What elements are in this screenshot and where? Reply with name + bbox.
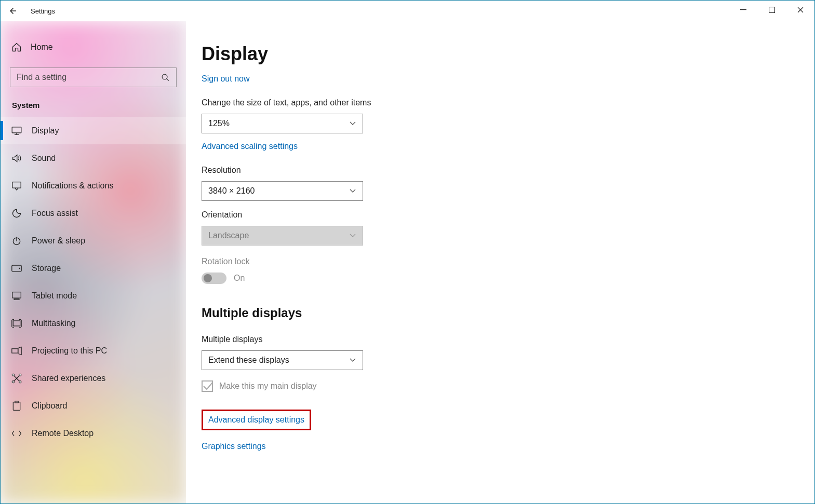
sidebar-item-notifications[interactable]: Notifications & actions [1, 172, 186, 199]
page-title: Display [202, 43, 799, 65]
notifications-icon [11, 181, 22, 190]
highlight-annotation: Advanced display settings [202, 410, 311, 430]
svg-point-24 [12, 374, 14, 376]
close-button[interactable] [786, 1, 814, 19]
maximize-button[interactable] [757, 1, 786, 19]
svg-point-25 [19, 374, 21, 376]
sidebar-item-sound[interactable]: Sound [1, 144, 186, 172]
shared-icon [11, 373, 22, 384]
svg-rect-21 [12, 348, 18, 352]
minimize-icon [740, 7, 746, 13]
resolution-dropdown[interactable]: 3840 × 2160 [202, 181, 363, 201]
sidebar-item-label: Projecting to this PC [32, 346, 107, 356]
sidebar-item-label: Multitasking [32, 319, 75, 328]
scale-dropdown[interactable]: 125% [202, 114, 363, 133]
sidebar-item-label: Tablet mode [32, 291, 77, 301]
resolution-label: Resolution [202, 166, 799, 175]
sidebar-item-storage[interactable]: Storage [1, 254, 186, 282]
sidebar-item-label: Display [32, 126, 59, 135]
main-display-checkbox-label: Make this my main display [219, 382, 317, 391]
scale-value: 125% [208, 119, 230, 128]
sidebar-item-tablet-mode[interactable]: Tablet mode [1, 282, 186, 309]
sidebar-item-clipboard[interactable]: Clipboard [1, 392, 186, 419]
back-button[interactable] [1, 1, 25, 21]
sidebar-item-label: Focus assist [32, 209, 78, 218]
sidebar-item-label: Storage [32, 264, 61, 273]
chevron-down-icon [349, 121, 356, 126]
main-display-checkbox-row: Make this my main display [202, 380, 799, 392]
rotation-lock-toggle [202, 273, 226, 284]
home-button[interactable]: Home [1, 34, 186, 60]
sidebar-item-label: Remote Desktop [32, 429, 93, 438]
display-icon [11, 127, 22, 135]
focus-assist-icon [11, 208, 22, 219]
sidebar-item-label: Power & sleep [32, 236, 85, 246]
svg-point-27 [19, 380, 21, 383]
search-input-container[interactable] [10, 67, 177, 87]
tablet-icon [11, 291, 22, 301]
search-icon [161, 73, 170, 82]
scale-label: Change the size of text, apps, and other… [202, 98, 799, 107]
svg-point-26 [12, 380, 14, 383]
home-label: Home [31, 43, 53, 52]
projecting-icon [11, 346, 22, 356]
svg-rect-7 [12, 182, 21, 187]
multitasking-icon [11, 319, 22, 328]
orientation-value: Landscape [208, 231, 249, 240]
main-display-checkbox [202, 380, 213, 392]
advanced-display-settings-link[interactable]: Advanced display settings [208, 415, 304, 425]
remote-desktop-icon [11, 429, 22, 438]
rotation-lock-label: Rotation lock [202, 257, 799, 266]
multiple-displays-label: Multiple displays [202, 335, 799, 344]
sidebar-item-label: Sound [32, 154, 56, 163]
home-icon [11, 42, 22, 52]
orientation-label: Orientation [202, 210, 799, 220]
sign-out-link[interactable]: Sign out now [202, 74, 250, 84]
svg-line-3 [167, 78, 169, 80]
sidebar: Home System Display Sound Notifications … [1, 21, 186, 503]
svg-point-11 [19, 267, 21, 269]
power-icon [11, 236, 22, 246]
titlebar: Settings [1, 1, 814, 21]
svg-rect-1 [769, 7, 774, 13]
sidebar-item-projecting[interactable]: Projecting to this PC [1, 337, 186, 364]
multiple-displays-value: Extend these displays [208, 356, 289, 365]
svg-rect-0 [740, 9, 746, 10]
multiple-displays-heading: Multiple displays [202, 306, 799, 320]
minimize-button[interactable] [729, 1, 757, 19]
clipboard-icon [11, 401, 22, 411]
sidebar-item-shared-experiences[interactable]: Shared experiences [1, 364, 186, 392]
advanced-scaling-link[interactable]: Advanced scaling settings [202, 142, 298, 151]
sidebar-item-multitasking[interactable]: Multitasking [1, 309, 186, 337]
storage-icon [11, 265, 22, 272]
svg-rect-28 [13, 402, 20, 410]
window-title: Settings [31, 7, 55, 15]
sidebar-section-label: System [1, 97, 186, 117]
orientation-dropdown: Landscape [202, 226, 363, 246]
chevron-down-icon [349, 358, 356, 363]
back-arrow-icon [8, 6, 18, 16]
svg-rect-12 [12, 292, 21, 298]
sound-icon [11, 154, 22, 163]
graphics-settings-link[interactable]: Graphics settings [202, 442, 266, 451]
resolution-value: 3840 × 2160 [208, 186, 255, 196]
sidebar-item-power-sleep[interactable]: Power & sleep [1, 227, 186, 254]
svg-point-2 [162, 74, 167, 79]
checkmark-icon [202, 380, 215, 393]
search-input[interactable] [17, 73, 161, 82]
chevron-down-icon [349, 233, 356, 238]
sidebar-item-label: Notifications & actions [32, 181, 113, 190]
sidebar-item-label: Shared experiences [32, 374, 105, 383]
maximize-icon [769, 7, 775, 13]
sidebar-item-focus-assist[interactable]: Focus assist [1, 199, 186, 227]
svg-rect-14 [13, 321, 20, 326]
sidebar-item-label: Clipboard [32, 401, 67, 411]
chevron-down-icon [349, 188, 356, 194]
close-icon [797, 7, 804, 13]
rotation-lock-state: On [234, 274, 245, 283]
multiple-displays-dropdown[interactable]: Extend these displays [202, 350, 363, 370]
sidebar-item-remote-desktop[interactable]: Remote Desktop [1, 419, 186, 447]
svg-rect-4 [12, 127, 21, 132]
svg-rect-13 [14, 298, 19, 299]
sidebar-item-display[interactable]: Display [1, 117, 186, 144]
